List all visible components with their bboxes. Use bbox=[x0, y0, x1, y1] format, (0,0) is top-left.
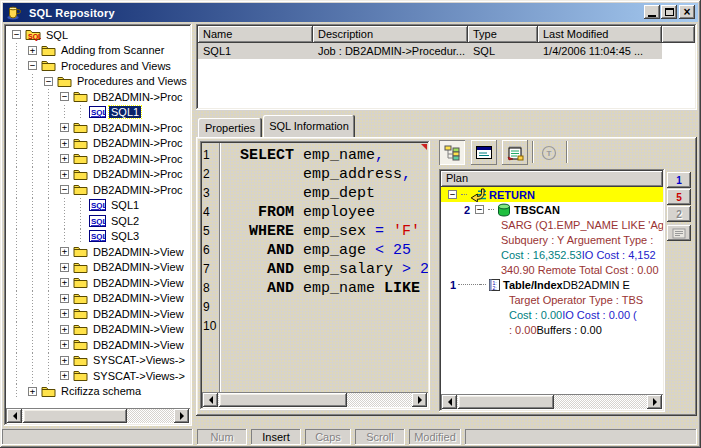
collapse-icon[interactable]: − bbox=[44, 77, 53, 86]
scroll-left-arrow[interactable] bbox=[442, 395, 457, 409]
tab-properties[interactable]: Properties bbox=[198, 118, 262, 137]
expand-icon[interactable]: + bbox=[60, 263, 69, 272]
tree-item-procedures-and-views[interactable]: −Procedures and Views bbox=[7, 74, 189, 90]
column-header-description[interactable]: Description bbox=[313, 26, 468, 43]
expand-icon[interactable]: + bbox=[60, 139, 69, 148]
expand-icon[interactable]: + bbox=[60, 170, 69, 179]
expand-icon[interactable]: + bbox=[60, 294, 69, 303]
tree-item-db2admin-view[interactable]: +DB2ADMIN->View bbox=[7, 244, 189, 260]
expand-icon[interactable]: + bbox=[60, 356, 69, 365]
column-header-name[interactable]: Name bbox=[198, 26, 313, 43]
plan-graph-icon[interactable] bbox=[439, 140, 465, 165]
expand-icon[interactable]: + bbox=[28, 46, 37, 55]
code-line[interactable] bbox=[222, 317, 428, 336]
scrollbar-thumb[interactable] bbox=[458, 395, 554, 409]
sql-editor-panel[interactable]: 12345678910 SELECT emp_name, emp_address… bbox=[200, 141, 430, 410]
tree-item-adding-from-scanner[interactable]: +Adding from Scanner bbox=[7, 43, 189, 59]
tree-item-db2admin-proc[interactable]: +DB2ADMIN->Proc bbox=[7, 120, 189, 136]
tree-item-db2admin-view[interactable]: +DB2ADMIN->View bbox=[7, 260, 189, 276]
scrollbar-thumb[interactable] bbox=[219, 393, 347, 407]
tree-item-db2admin-view[interactable]: +DB2ADMIN->View bbox=[7, 337, 189, 353]
tree-item-db2admin-proc[interactable]: +DB2ADMIN->Proc bbox=[7, 167, 189, 183]
plan-detail-row[interactable]: 340.90 Remote Total Cost : 0.00 bbox=[441, 262, 663, 277]
tree-guide bbox=[41, 306, 57, 322]
plan-detail-row[interactable]: Cost : 16,352.53 IO Cost : 4,152 bbox=[441, 247, 663, 262]
plan-level-button-5[interactable]: 5 bbox=[667, 189, 691, 205]
tree-item-sql[interactable]: −SQLSQL bbox=[7, 27, 189, 43]
scroll-right-arrow[interactable] bbox=[412, 393, 427, 407]
plan-detail-row[interactable]: Target Operator Type : TBS bbox=[441, 292, 663, 307]
tree-item-sql2[interactable]: SQLSQL2 bbox=[7, 213, 189, 229]
scrollbar-thumb[interactable] bbox=[23, 409, 127, 423]
plan-detail-row[interactable]: SARG (Q1.EMP_NAME LIKE 'Ag% bbox=[441, 217, 663, 232]
code-line[interactable]: emp_address, bbox=[222, 165, 428, 184]
tree-item-sql3[interactable]: SQLSQL3 bbox=[7, 229, 189, 245]
plan-detail-row[interactable]: Cost : 0.00 IO Cost : 0.00 ( bbox=[441, 307, 663, 322]
collapse-icon[interactable]: − bbox=[12, 30, 21, 39]
expand-icon[interactable]: + bbox=[60, 278, 69, 287]
expand-icon[interactable]: + bbox=[60, 123, 69, 132]
scroll-left-arrow[interactable] bbox=[203, 393, 218, 407]
tree-item-syscat-views[interactable]: +SYSCAT->Views-> bbox=[7, 353, 189, 369]
plan-operator-tbscan[interactable]: 2−TBSCAN bbox=[441, 202, 663, 217]
code-line[interactable]: AND emp_age < 25 bbox=[222, 241, 428, 260]
code-line[interactable]: WHERE emp_sex = 'F' bbox=[222, 222, 428, 241]
scroll-left-arrow[interactable] bbox=[7, 409, 22, 423]
collapse-icon[interactable]: − bbox=[28, 61, 37, 70]
expand-icon[interactable]: + bbox=[60, 247, 69, 256]
plan-horizontal-scrollbar[interactable] bbox=[441, 394, 663, 410]
tree-item-procedures-and-views[interactable]: −Procedures and Views bbox=[7, 58, 189, 74]
tree-horizontal-scrollbar[interactable] bbox=[6, 408, 190, 424]
tree-item-sql1[interactable]: SQLSQL1 bbox=[7, 105, 189, 121]
plan-operator-return[interactable]: −RETURN bbox=[441, 187, 663, 202]
scroll-right-arrow[interactable] bbox=[174, 409, 189, 423]
tree-item-sql1[interactable]: SQLSQL1 bbox=[7, 198, 189, 214]
maximize-button[interactable] bbox=[661, 5, 677, 19]
plan-level-button-1[interactable]: 1 bbox=[667, 172, 691, 188]
sql-code-area[interactable]: SELECT emp_name, emp_address, emp_dept F… bbox=[222, 146, 428, 391]
tab-sql-information[interactable]: SQL Information bbox=[263, 115, 355, 137]
plan-detail-row[interactable]: Subquery : Y Arguement Type : bbox=[441, 232, 663, 247]
code-line[interactable]: AND emp_salary > 2500 bbox=[222, 260, 428, 279]
plan-operator-table-index[interactable]: 11:2:Table/Index DB2ADMIN E bbox=[441, 277, 663, 292]
expand-icon[interactable]: + bbox=[60, 309, 69, 318]
title-bar[interactable]: SQL Repository bbox=[3, 3, 698, 22]
code-line[interactable] bbox=[222, 298, 428, 317]
tree-item-syscat-views[interactable]: +SYSCAT->Views-> bbox=[7, 368, 189, 384]
plan-detail-row[interactable]: : 0.00 Buffers : 0.00 bbox=[441, 322, 663, 337]
tree-item-db2admin-view[interactable]: +DB2ADMIN->View bbox=[7, 275, 189, 291]
plan-column-header[interactable]: Plan bbox=[441, 171, 663, 187]
minimize-button[interactable] bbox=[644, 5, 660, 19]
code-line[interactable]: emp_dept bbox=[222, 184, 428, 203]
notebook-icon[interactable] bbox=[502, 140, 528, 165]
tree-item-db2admin-proc[interactable]: +DB2ADMIN->Proc bbox=[7, 136, 189, 152]
tree-item-db2admin-proc[interactable]: −DB2ADMIN->Proc bbox=[7, 89, 189, 105]
collapse-icon[interactable]: − bbox=[60, 92, 69, 101]
tree-item-db2admin-view[interactable]: +DB2ADMIN->View bbox=[7, 322, 189, 338]
expand-icon[interactable]: + bbox=[60, 325, 69, 334]
expand-icon[interactable]: + bbox=[28, 387, 37, 396]
collapse-icon[interactable]: − bbox=[475, 205, 484, 214]
expand-icon[interactable]: + bbox=[60, 154, 69, 163]
editor-horizontal-scrollbar[interactable] bbox=[202, 392, 428, 408]
close-button[interactable]: × bbox=[679, 5, 695, 19]
table-row[interactable]: SQL1Job : DB2ADMIN->Procedur...SQL1/4/20… bbox=[198, 43, 695, 59]
scroll-right-arrow[interactable] bbox=[647, 395, 662, 409]
collapse-icon[interactable]: − bbox=[448, 190, 457, 199]
expand-icon[interactable]: + bbox=[60, 371, 69, 380]
tree-item-db2admin-view[interactable]: +DB2ADMIN->View bbox=[7, 291, 189, 307]
tree-item-db2admin-view[interactable]: +DB2ADMIN->View bbox=[7, 306, 189, 322]
expand-icon[interactable]: + bbox=[60, 340, 69, 349]
code-line[interactable]: FROM employee bbox=[222, 203, 428, 222]
line-number: 6 bbox=[203, 241, 218, 260]
column-header-type[interactable]: Type bbox=[468, 26, 538, 43]
code-line[interactable]: SELECT emp_name, bbox=[222, 146, 428, 165]
tree-item-rcifizza-schema[interactable]: +Rcifizza schema bbox=[7, 384, 189, 400]
column-header-last-modified[interactable]: Last Modified bbox=[538, 26, 662, 43]
tree-item-db2admin-proc[interactable]: −DB2ADMIN->Proc bbox=[7, 182, 189, 198]
editor-plan-splitter[interactable] bbox=[431, 141, 438, 410]
collapse-icon[interactable]: − bbox=[60, 185, 69, 194]
code-line[interactable]: AND emp_name LIKE 'Ag bbox=[222, 279, 428, 298]
operator-details-icon[interactable] bbox=[471, 140, 497, 165]
tree-item-db2admin-proc[interactable]: +DB2ADMIN->Proc bbox=[7, 151, 189, 167]
